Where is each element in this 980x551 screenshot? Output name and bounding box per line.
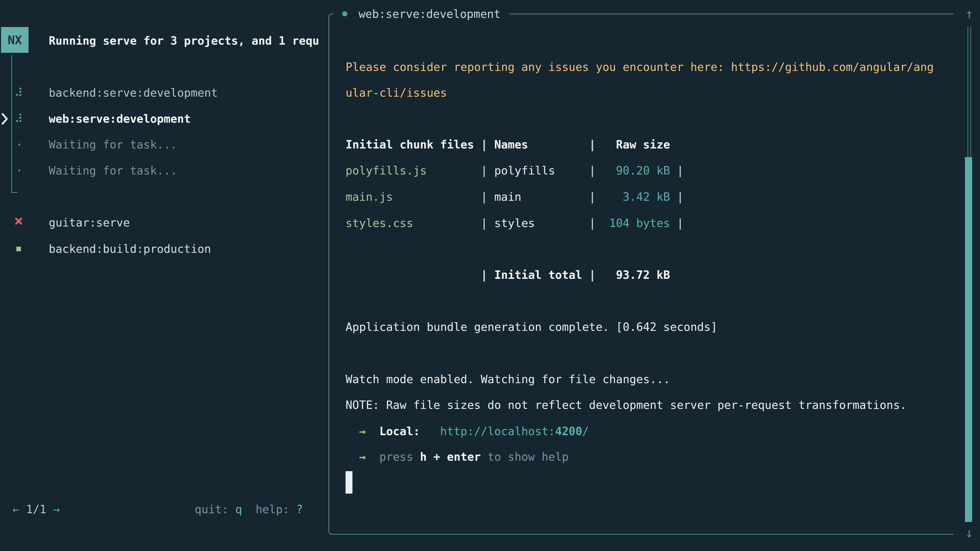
pipe: |	[481, 158, 494, 183]
url-port: 4200	[555, 425, 582, 438]
col-header-rawsize: Raw size	[609, 132, 670, 157]
total-label: Initial total	[494, 262, 589, 288]
status-text: Application bundle generation complete. …	[345, 314, 718, 340]
pipe: |	[589, 210, 603, 236]
quit-key: q	[235, 503, 242, 516]
prompt-arrow-icon: →	[359, 418, 366, 444]
sidebar-title: Running serve for 3 projects, and 1 requ	[49, 28, 325, 54]
scrollbar-track[interactable]	[967, 27, 971, 157]
notice-text: ular-cli/issues	[345, 80, 447, 106]
pipe: |	[589, 184, 603, 210]
pager-prev-arrow-icon[interactable]: ←	[13, 503, 19, 516]
chunk-file: polyfills.js	[345, 158, 481, 183]
prompt-arrow-icon: →	[359, 444, 366, 470]
pipe: |	[589, 132, 603, 157]
url-slash: /	[582, 425, 589, 438]
hint-post: to show help	[481, 444, 569, 470]
failed-x-icon	[15, 218, 22, 226]
task-label: Waiting for task...	[49, 164, 177, 177]
task-label: web:serve:development	[49, 112, 191, 125]
waiting-dot-icon: ·	[16, 165, 23, 176]
pipe: |	[589, 262, 603, 288]
spinner-icon: ⠼	[14, 113, 24, 124]
watch-mode-line: Watch mode enabled. Watching for file ch…	[345, 366, 670, 392]
pager-next-arrow-icon[interactable]: →	[53, 503, 60, 516]
pipe-end: |	[670, 158, 684, 183]
task-label: backend:build:production	[49, 242, 211, 256]
table-row: polyfills.js| polyfills| 90.20 kB |	[345, 158, 684, 183]
task-tree-guide-corner	[11, 192, 18, 193]
pipe: |	[481, 184, 494, 210]
sidebar-item-backend-build[interactable]: backend:build:production	[0, 236, 327, 262]
local-label: Local:	[379, 418, 420, 444]
hint-pre: press	[379, 444, 420, 470]
pager: ←1/1→	[13, 496, 60, 522]
panel-title-bar: web:serve:development	[334, 2, 509, 25]
col-header-names: Names	[494, 132, 589, 157]
terminal-cursor	[345, 471, 352, 494]
chunk-file: styles.css	[345, 210, 481, 236]
table-total-row: | Initial total| 93.72 kB	[345, 262, 670, 288]
task-label: Waiting for task...	[49, 138, 177, 151]
keyboard-hints: quit: qhelp: ?	[195, 496, 303, 522]
sidebar-item-guitar-serve[interactable]: guitar:serve	[0, 210, 327, 235]
hint-keys: h + enter	[420, 444, 480, 470]
chunk-table-header: Initial chunk files| Names| Raw size	[345, 132, 670, 157]
status-text: NOTE: Raw file sizes do not reflect deve…	[345, 392, 907, 418]
url-host: http://localhost:	[440, 425, 555, 438]
pipe-end: |	[670, 184, 684, 210]
col-header-files: Initial chunk files	[345, 132, 481, 157]
pipe: |	[481, 210, 494, 236]
status-text: Watch mode enabled. Watching for file ch…	[345, 366, 670, 392]
pipe: |	[589, 158, 603, 183]
panel-title: web:serve:development	[359, 7, 501, 21]
help-hint-line: →press h + enter to show help	[345, 444, 569, 470]
table-row: main.js| main| 3.42 kB |	[345, 184, 684, 210]
note-line: NOTE: Raw file sizes do not reflect deve…	[345, 392, 907, 418]
task-label: backend:serve:development	[49, 86, 218, 99]
chunk-name: styles	[494, 210, 589, 236]
scroll-up-arrow-icon[interactable]: ↑	[965, 7, 973, 21]
pipe-end: |	[670, 210, 684, 236]
pipe: |	[481, 262, 494, 288]
angular-notice-line2: ular-cli/issues	[345, 80, 447, 106]
success-square-icon	[16, 247, 21, 251]
chunk-size: 3.42 kB	[609, 184, 670, 210]
chunk-name: main	[494, 184, 589, 210]
task-label: guitar:serve	[49, 216, 130, 229]
notice-text: Please consider reporting any issues you…	[345, 54, 934, 80]
waiting-dot-icon: ·	[16, 139, 23, 150]
selected-chevron-icon	[2, 113, 8, 126]
local-url[interactable]: http://localhost:4200/	[440, 418, 589, 444]
total-size: 93.72 kB	[609, 262, 670, 288]
sidebar-item-web-serve[interactable]: ⠼ web:serve:development	[0, 106, 327, 132]
sidebar-item-waiting-2[interactable]: · Waiting for task...	[0, 158, 327, 183]
pager-page-indicator: 1/1	[26, 503, 46, 516]
help-hint-label: help:	[256, 503, 296, 516]
chunk-size: 104 bytes	[609, 210, 670, 236]
sidebar-item-waiting-1[interactable]: · Waiting for task...	[0, 132, 327, 157]
running-bullet-icon	[342, 11, 347, 16]
table-row: styles.css| styles| 104 bytes |	[345, 210, 684, 236]
help-key: ?	[296, 503, 303, 516]
chunk-name: polyfills	[494, 158, 589, 183]
scroll-down-arrow-icon[interactable]: ↓	[965, 526, 973, 539]
quit-hint-label: quit:	[195, 503, 235, 516]
spinner-icon: ⠼	[14, 87, 24, 98]
pipe: |	[481, 132, 494, 157]
nx-logo: NX	[1, 27, 29, 53]
scrollbar-thumb[interactable]	[965, 157, 972, 522]
angular-notice-line1: Please consider reporting any issues you…	[345, 54, 934, 80]
sidebar-item-backend-serve[interactable]: ⠼ backend:serve:development	[0, 80, 327, 106]
chunk-size: 90.20 kB	[609, 158, 670, 183]
bundle-complete-line: Application bundle generation complete. …	[345, 314, 718, 340]
chunk-file: main.js	[345, 184, 481, 210]
local-url-line: →Local:http://localhost:4200/	[345, 418, 589, 444]
